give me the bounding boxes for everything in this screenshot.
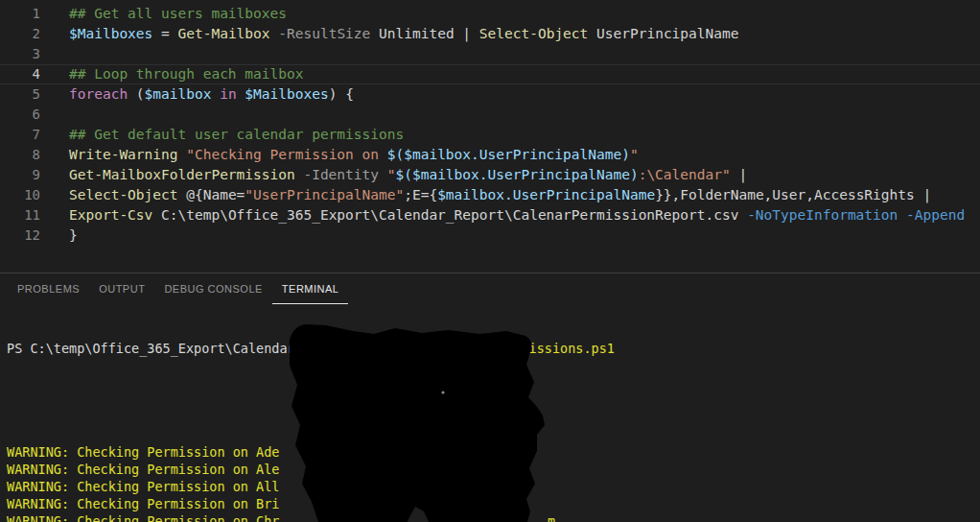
code-line[interactable]: 2$Mailboxes = Get-Mailbox -ResultSize Un… bbox=[0, 24, 980, 44]
code-line[interactable]: 9Get-MailboxFolderPermission -Identity "… bbox=[0, 165, 980, 185]
line-number: 7 bbox=[0, 125, 40, 145]
terminal-warning-line: WARNING: Checking Permission on All bbox=[7, 478, 980, 495]
line-number: 2 bbox=[0, 24, 40, 44]
code-line[interactable]: 3 bbox=[0, 44, 980, 64]
code-line[interactable]: 1## Get all users mailboxes bbox=[0, 4, 980, 24]
line-number: 4 bbox=[0, 64, 40, 84]
terminal-warning-line: WARNING: Checking Permission on Chrm bbox=[7, 512, 980, 522]
code-line[interactable]: 11Export-Csv C:\temp\Office_365_Export\C… bbox=[0, 205, 980, 225]
code-line[interactable]: 7## Get default user calendar permission… bbox=[0, 125, 980, 145]
code-line[interactable]: 5foreach ($mailbox in $Mailboxes) { bbox=[0, 84, 980, 105]
terminal-prompt-line: PS C:\temp\Office_365_Export\Calendar_Re… bbox=[7, 340, 980, 357]
panel-tabs: PROBLEMS OUTPUT DEBUG CONSOLE TERMINAL bbox=[0, 273, 980, 304]
editor-pane[interactable]: 1## Get all users mailboxes2$Mailboxes =… bbox=[0, 0, 980, 273]
line-number: 3 bbox=[0, 44, 40, 64]
terminal-body[interactable]: PS C:\temp\Office_365_Export\Calendar_Re… bbox=[0, 304, 980, 522]
code-line[interactable]: 6 bbox=[0, 105, 980, 125]
line-number: 9 bbox=[0, 165, 40, 185]
code-line[interactable]: 8Write-Warning "Checking Permission on $… bbox=[0, 145, 980, 165]
line-number: 1 bbox=[0, 4, 40, 24]
terminal-blank-line bbox=[7, 392, 980, 409]
tab-problems[interactable]: PROBLEMS bbox=[8, 273, 89, 304]
terminal-warning-line: WARNING: Checking Permission on Ale bbox=[7, 461, 980, 478]
code-line[interactable]: 4## Loop through each mailbox bbox=[0, 64, 980, 84]
terminal-warning-line: WARNING: Checking Permission on Bri bbox=[7, 495, 980, 512]
tab-debug-console[interactable]: DEBUG CONSOLE bbox=[154, 273, 271, 304]
line-number: 10 bbox=[0, 185, 40, 205]
code-line[interactable]: 10Select-Object @{Name="UserPrincipalNam… bbox=[0, 185, 980, 205]
terminal-output: WARNING: Checking Permission on AdeWARNI… bbox=[7, 443, 980, 522]
line-number: 5 bbox=[0, 84, 40, 105]
line-number: 11 bbox=[0, 205, 40, 225]
prompt-command: .\AllUserCalendarPermissions.ps1 bbox=[365, 341, 615, 356]
partial-text-after-redaction: m bbox=[548, 512, 555, 522]
terminal-warning-line: WARNING: Checking Permission on Ade bbox=[7, 443, 980, 461]
code-lines: 1## Get all users mailboxes2$Mailboxes =… bbox=[0, 4, 980, 246]
line-number: 12 bbox=[0, 225, 40, 246]
prompt-path: PS C:\temp\Office_365_Export\Calendar_Re… bbox=[7, 341, 365, 356]
code-line[interactable]: 12} bbox=[0, 225, 980, 246]
tab-output[interactable]: OUTPUT bbox=[89, 273, 154, 304]
line-number: 8 bbox=[0, 145, 40, 165]
bottom-panel: PROBLEMS OUTPUT DEBUG CONSOLE TERMINAL P… bbox=[0, 273, 980, 522]
tab-terminal[interactable]: TERMINAL bbox=[272, 273, 349, 304]
line-number: 6 bbox=[0, 105, 40, 125]
